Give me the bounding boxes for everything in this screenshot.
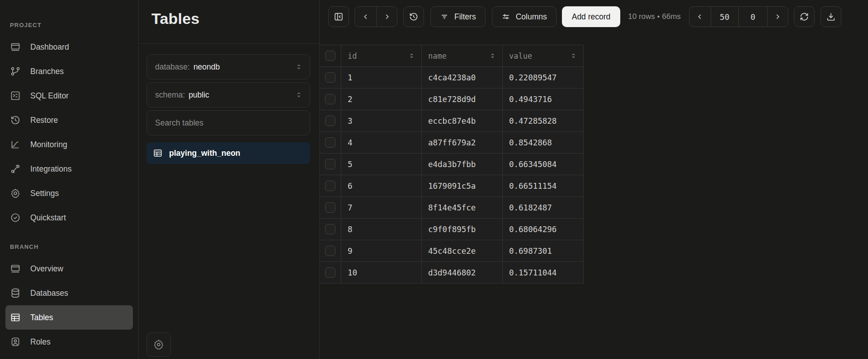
table-list: playing_with_neon bbox=[146, 142, 310, 164]
sort-icon[interactable] bbox=[408, 52, 415, 59]
table-list-item-playing_with_neon[interactable]: playing_with_neon bbox=[146, 142, 310, 164]
prev-page-button[interactable] bbox=[689, 7, 711, 27]
cell-value[interactable]: 0.66345084 bbox=[502, 154, 584, 175]
query-history-button[interactable] bbox=[403, 6, 424, 27]
row-checkbox[interactable] bbox=[325, 181, 335, 191]
row-checkbox[interactable] bbox=[325, 72, 335, 83]
sidebar-item-monitoring[interactable]: Monitoring bbox=[5, 132, 133, 157]
history-nav-group bbox=[354, 6, 397, 27]
table-icon bbox=[153, 148, 163, 158]
row-checkbox[interactable] bbox=[325, 94, 335, 104]
column-header-value[interactable]: value bbox=[502, 45, 584, 67]
cell-name[interactable]: a87ff679a2 bbox=[421, 132, 502, 154]
sidebar-item-label: Overview bbox=[30, 264, 63, 274]
cell-id[interactable]: 5 bbox=[341, 154, 421, 175]
cell-value[interactable]: 0.6987301 bbox=[502, 240, 584, 262]
table-row: 8 c9f0f895fb 0.68064296 bbox=[320, 219, 584, 240]
cell-value[interactable]: 0.68064296 bbox=[502, 219, 584, 240]
sidebar-item-integrations[interactable]: Integrations bbox=[5, 157, 133, 181]
add-record-button[interactable]: Add record bbox=[562, 6, 621, 27]
cell-id[interactable]: 4 bbox=[341, 132, 421, 154]
row-checkbox[interactable] bbox=[325, 267, 335, 278]
sidebar-item-quickstart[interactable]: Quickstart bbox=[5, 205, 133, 230]
project-section-label: PROJECT bbox=[5, 22, 133, 28]
database-select-label: database: bbox=[155, 62, 190, 72]
cell-id[interactable]: 10 bbox=[341, 262, 421, 284]
sidebar-item-tables[interactable]: Tables bbox=[5, 305, 133, 330]
collapse-panel-button[interactable] bbox=[328, 6, 349, 27]
chevron-right-icon bbox=[774, 13, 782, 21]
table-row: 6 1679091c5a 0.66511154 bbox=[320, 175, 584, 197]
cell-id[interactable]: 6 bbox=[341, 175, 421, 197]
row-checkbox[interactable] bbox=[325, 159, 335, 169]
filter-icon bbox=[440, 12, 449, 21]
undo-button[interactable] bbox=[355, 7, 376, 27]
refresh-icon bbox=[799, 12, 809, 22]
row-checkbox[interactable] bbox=[325, 137, 335, 148]
page-size-field[interactable]: 50 bbox=[711, 7, 738, 27]
cell-value[interactable]: 0.66511154 bbox=[502, 175, 584, 197]
cell-value[interactable]: 0.15711044 bbox=[502, 262, 584, 284]
cell-id[interactable]: 1 bbox=[341, 67, 421, 89]
sidebar-item-branches[interactable]: Branches bbox=[5, 59, 133, 84]
cell-name[interactable]: 45c48cce2e bbox=[421, 240, 502, 262]
cell-name[interactable]: e4da3b7fbb bbox=[421, 154, 502, 175]
sidebar-item-databases[interactable]: Databases bbox=[5, 281, 133, 305]
cell-name[interactable]: c9f0f895fb bbox=[421, 219, 502, 240]
cell-name[interactable]: c4ca4238a0 bbox=[421, 67, 502, 89]
columns-button[interactable]: Columns bbox=[492, 6, 557, 27]
filters-button[interactable]: Filters bbox=[430, 6, 486, 27]
redo-button[interactable] bbox=[376, 7, 397, 27]
row-checkbox[interactable] bbox=[325, 246, 335, 256]
tables-icon bbox=[10, 312, 21, 323]
sort-icon[interactable] bbox=[489, 52, 496, 59]
tables-panel: Tables database: neondb schema: public bbox=[139, 0, 319, 359]
sidebar-item-overview[interactable]: Overview bbox=[5, 256, 133, 281]
sidebar-item-label: Tables bbox=[30, 313, 53, 322]
cell-id[interactable]: 9 bbox=[341, 240, 421, 262]
column-header-label: id bbox=[348, 51, 357, 61]
sidebar: PROJECT Dashboard Branches SQL Editor Re… bbox=[0, 0, 138, 359]
sidebar-item-label: Settings bbox=[30, 189, 59, 198]
select-all-checkbox[interactable] bbox=[325, 51, 335, 61]
cell-value[interactable]: 0.47285828 bbox=[502, 110, 584, 132]
table-list-item-label: playing_with_neon bbox=[169, 149, 241, 158]
table-row: 2 c81e728d9d 0.4943716 bbox=[320, 89, 584, 110]
sidebar-item-settings[interactable]: Settings bbox=[5, 181, 133, 205]
row-checkbox[interactable] bbox=[325, 116, 335, 126]
cell-name[interactable]: c81e728d9d bbox=[421, 89, 502, 110]
cell-value[interactable]: 0.4943716 bbox=[502, 89, 584, 110]
cell-name[interactable]: eccbc87e4b bbox=[421, 110, 502, 132]
table-row: 5 e4da3b7fbb 0.66345084 bbox=[320, 154, 584, 175]
sql-editor-icon bbox=[10, 90, 21, 101]
sidebar-item-dashboard[interactable]: Dashboard bbox=[5, 35, 133, 59]
cell-id[interactable]: 3 bbox=[341, 110, 421, 132]
cell-id[interactable]: 7 bbox=[341, 197, 421, 219]
cell-id[interactable]: 2 bbox=[341, 89, 421, 110]
row-checkbox[interactable] bbox=[325, 224, 335, 234]
column-header-id[interactable]: id bbox=[341, 45, 421, 67]
sidebar-item-sql-editor[interactable]: SQL Editor bbox=[5, 84, 133, 108]
sort-icon[interactable] bbox=[570, 52, 577, 59]
sidebar-item-roles[interactable]: Roles bbox=[5, 330, 133, 354]
refresh-button[interactable] bbox=[794, 6, 815, 27]
panel-settings-button[interactable] bbox=[146, 332, 171, 357]
filters-button-label: Filters bbox=[454, 12, 476, 22]
page-offset-field[interactable]: 0 bbox=[738, 7, 767, 27]
schema-select[interactable]: schema: public bbox=[146, 82, 310, 107]
sidebar-item-restore[interactable]: Restore bbox=[5, 108, 133, 132]
cell-name[interactable]: 1679091c5a bbox=[421, 175, 502, 197]
download-button[interactable] bbox=[821, 6, 841, 27]
quickstart-icon bbox=[10, 212, 21, 223]
column-header-name[interactable]: name bbox=[421, 45, 502, 67]
next-page-button[interactable] bbox=[767, 7, 788, 27]
database-select[interactable]: database: neondb bbox=[146, 54, 310, 79]
cell-value[interactable]: 0.22089547 bbox=[502, 67, 584, 89]
cell-id[interactable]: 8 bbox=[341, 219, 421, 240]
cell-name[interactable]: 8f14e45fce bbox=[421, 197, 502, 219]
row-checkbox[interactable] bbox=[325, 202, 335, 213]
cell-name[interactable]: d3d9446802 bbox=[421, 262, 502, 284]
cell-value[interactable]: 0.8542868 bbox=[502, 132, 584, 154]
cell-value[interactable]: 0.6182487 bbox=[502, 197, 584, 219]
search-tables-input[interactable] bbox=[155, 118, 302, 128]
